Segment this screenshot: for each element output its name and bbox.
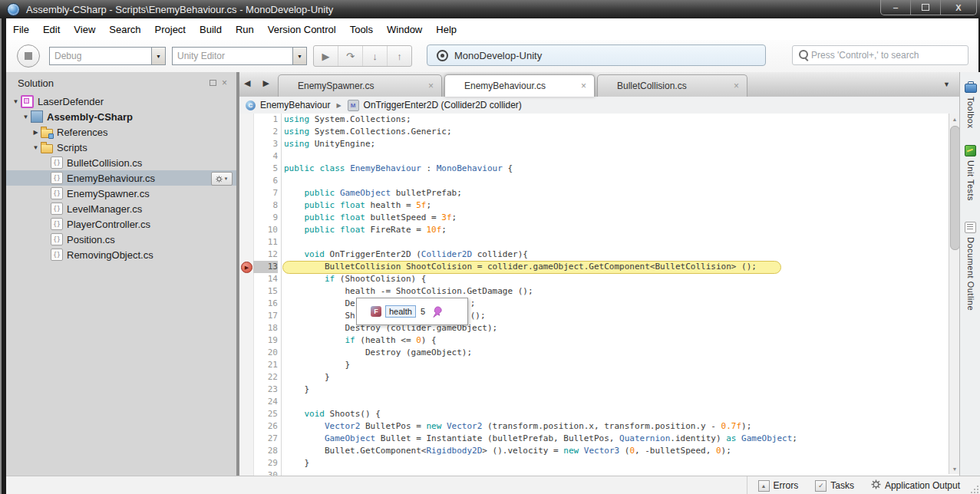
code-line: 3using UnityEngine; (239, 138, 949, 150)
statusbar-errors-button[interactable]: ▲Errors (758, 480, 799, 492)
breakpoint-icon[interactable]: ▶ (241, 262, 252, 273)
statusbar-tasks-button[interactable]: ✓Tasks (815, 480, 854, 492)
tree-item-assembly-csharp[interactable]: ▼Assembly-CSharp (6, 109, 236, 124)
menu-edit[interactable]: Edit (36, 21, 67, 38)
configuration-select[interactable]: Debug ▼ (49, 47, 166, 65)
menu-file[interactable]: File (6, 21, 36, 38)
code-text (284, 469, 949, 476)
menu-window[interactable]: Window (380, 21, 429, 38)
side-tab-toolbox[interactable]: Toolbox (965, 81, 977, 128)
tree-item-references[interactable]: ▶References (6, 124, 236, 140)
csharp-file-icon: {} (51, 187, 63, 199)
step-out-button[interactable]: ↑ (387, 46, 411, 66)
code-text: void OnTriggerEnter2D (Collider2D collid… (284, 249, 949, 261)
statusbar-button-label: Tasks (830, 480, 854, 491)
side-tab-unit-tests[interactable]: Unit Tests (965, 145, 976, 201)
search-input[interactable]: Press 'Control+,' to search (792, 45, 968, 65)
vertical-scrollbar[interactable]: ▲ ▼ (949, 114, 960, 474)
line-number: 23 (253, 384, 278, 396)
code-line: 29 } (239, 457, 949, 469)
breadcrumb-member[interactable]: OnTriggerEnter2D (Collider2D collider) (364, 100, 522, 110)
tab-close-icon[interactable]: × (558, 81, 586, 91)
back-arrow-icon[interactable]: ◀ (244, 78, 250, 88)
tab-bulletcollision-cs[interactable]: BulletCollision.cs× (597, 74, 747, 97)
menu-project[interactable]: Project (148, 21, 193, 38)
breadcrumb-class[interactable]: EnemyBehaviour (260, 100, 330, 110)
close-icon[interactable]: × (222, 79, 227, 87)
code-text: void Shoots() { (284, 408, 949, 420)
resize-grip[interactable] (971, 486, 978, 493)
tab-close-icon[interactable]: × (711, 81, 739, 91)
code-text: public float bulletSpeed = 3f; (284, 212, 949, 224)
code-text: } (284, 457, 949, 469)
tab-enemyspawner-cs[interactable]: EnemySpawner.cs× (278, 74, 442, 97)
menu-run[interactable]: Run (229, 21, 261, 38)
code-line: 15 health -= ShootColision.GetDamage (); (239, 285, 949, 298)
monodevelop-logo-icon (7, 3, 20, 16)
minimize-button[interactable]: ‒ (881, 0, 910, 15)
menu-help[interactable]: Help (429, 21, 464, 38)
title-bar[interactable]: Assembly-CSharp - Scripts\EnemyBehaviour… (0, 0, 980, 18)
code-editor[interactable]: ▶ 1using System.Collections;2using Syste… (239, 114, 949, 476)
target-select[interactable]: Unity Editor ▼ (172, 47, 307, 65)
code-text: } (284, 359, 949, 371)
tree-item-label: Assembly-CSharp (47, 111, 133, 123)
expander-right-icon[interactable]: ▶ (31, 129, 41, 136)
tree-item-removingobject-cs[interactable]: {}RemovingObject.cs (6, 247, 236, 262)
tab-close-icon[interactable]: × (405, 81, 434, 91)
chevron-down-icon[interactable]: ▼ (151, 48, 165, 64)
code-text: if (ShootColision) { (284, 273, 949, 285)
menu-search[interactable]: Search (102, 21, 147, 38)
code-text: Destroy (gameObject); (284, 347, 949, 359)
menu-version-control[interactable]: Version Control (261, 21, 343, 38)
tree-item-playercontroller-cs[interactable]: {}PlayerController.cs (6, 216, 236, 232)
line-number: 7 (253, 187, 278, 199)
tab-enemybehaviour-cs[interactable]: EnemyBehaviour.cs× (444, 74, 595, 97)
code-line: 22 } (239, 371, 949, 384)
statusbar-application-output-button[interactable]: Application Output (871, 479, 960, 492)
forward-arrow-icon[interactable]: ▶ (262, 78, 269, 88)
code-line: 25 void Shoots() { (239, 408, 949, 420)
csharp-file-icon: {} (51, 249, 63, 261)
tree-item-label: EnemyBehaviour.cs (67, 173, 155, 184)
expander-down-icon[interactable]: ▼ (21, 114, 31, 120)
tree-item-levelmanager-cs[interactable]: {}LevelManager.cs (6, 201, 236, 216)
tree-item-enemyspawner-cs[interactable]: {}EnemySpawner.cs (6, 186, 236, 201)
tree-item-scripts[interactable]: ▼Scripts (6, 140, 236, 155)
scroll-up-icon[interactable]: ▲ (949, 114, 960, 124)
side-pad-strip: ToolboxUnit TestsDocument Outline (959, 72, 980, 476)
expander-down-icon[interactable]: ▼ (11, 98, 21, 105)
line-number: 18 (253, 322, 278, 334)
line-number: 20 (253, 347, 278, 359)
tree-item-laserdefender[interactable]: ▼LaserDefender (6, 94, 236, 109)
document-tab-bar: ◀ ▶ EnemySpawner.cs×EnemyBehaviour.cs×Bu… (239, 72, 959, 97)
scroll-down-icon[interactable]: ▼ (949, 463, 960, 474)
chevron-down-icon[interactable]: ▼ (943, 81, 950, 88)
menu-build[interactable]: Build (193, 21, 229, 38)
expander-down-icon[interactable]: ▼ (31, 144, 41, 151)
code-text: } (284, 371, 949, 384)
line-number: 4 (253, 150, 278, 163)
close-button[interactable]: X (940, 0, 976, 15)
menu-tools[interactable]: Tools (343, 21, 380, 38)
dock-icon[interactable] (210, 80, 216, 86)
code-line: 19 if (health <= 0) { (239, 334, 949, 347)
tree-item-enemybehaviour-cs[interactable]: {}EnemyBehaviour.cs▼ (6, 170, 236, 186)
breadcrumb: C EnemyBehaviour ▶ M OnTriggerEnter2D (C… (239, 97, 959, 114)
tree-item-label: PlayerController.cs (67, 219, 150, 230)
tree-item-position-cs[interactable]: {}Position.cs (6, 232, 236, 247)
stop-button[interactable] (17, 44, 40, 68)
chevron-down-icon[interactable]: ▼ (292, 48, 306, 64)
tasks-icon: ✓ (815, 480, 827, 492)
pin-icon[interactable] (431, 306, 443, 318)
code-text: GameObject Bullet = Instantiate (bulletP… (284, 433, 949, 445)
tree-item-bulletcollision-cs[interactable]: {}BulletCollision.cs (6, 155, 236, 170)
menu-view[interactable]: View (67, 21, 102, 38)
side-tab-document-outline[interactable]: Document Outline (965, 222, 976, 311)
step-over-button[interactable]: ↷ (338, 46, 362, 66)
play-button[interactable]: ▶ (314, 46, 338, 66)
tree-item-label: LevelManager.cs (67, 203, 142, 215)
item-options-button[interactable]: ▼ (211, 172, 233, 186)
maximize-button[interactable] (910, 0, 940, 15)
step-into-button[interactable]: ↓ (362, 46, 387, 66)
